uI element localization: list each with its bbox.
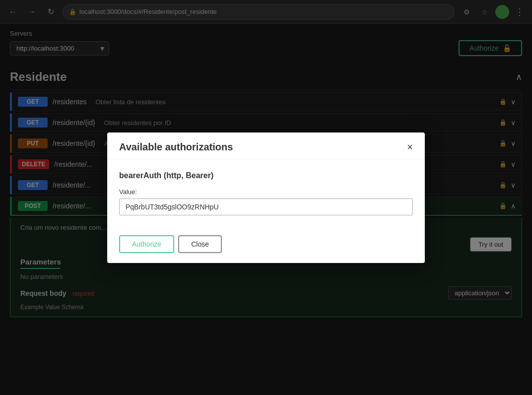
value-label: Value: (119, 188, 413, 196)
modal-overlay[interactable]: Available authorizations × bearerAuth (h… (0, 0, 532, 395)
modal-header: Available authorizations × (107, 132, 425, 159)
auth-section-title: bearerAuth (http, Bearer) (119, 171, 413, 180)
modal-title: Available authorizations (119, 141, 233, 153)
modal-close-button[interactable]: × (407, 142, 413, 152)
modal-dialog: Available authorizations × bearerAuth (h… (107, 132, 425, 263)
modal-body: bearerAuth (http, Bearer) Value: (107, 159, 425, 227)
close-button[interactable]: Close (178, 235, 222, 253)
authorize-button[interactable]: Authorize (119, 235, 174, 253)
value-input[interactable] (119, 198, 413, 215)
modal-footer: Authorize Close (107, 227, 425, 263)
